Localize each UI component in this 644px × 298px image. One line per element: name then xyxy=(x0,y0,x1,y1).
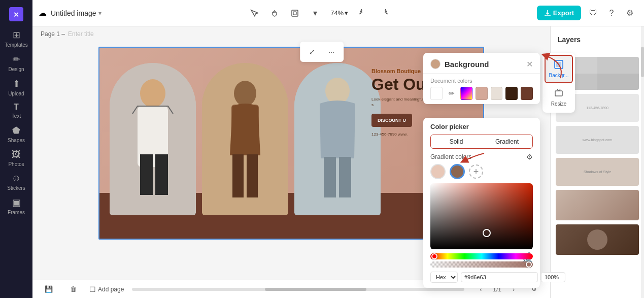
hex-input[interactable] xyxy=(461,272,538,282)
gradient-add-button[interactable]: + xyxy=(469,164,483,179)
svg-rect-17 xyxy=(324,157,336,197)
layer-thumb-3[interactable]: www.blogspot.com xyxy=(556,126,639,154)
hue-bar[interactable] xyxy=(430,253,533,259)
delete-btn[interactable]: 🗑 xyxy=(65,281,81,297)
cp-header: Color picker xyxy=(423,118,540,135)
page-title-input[interactable]: Enter title xyxy=(68,30,94,38)
color-cursor[interactable] xyxy=(483,229,491,237)
color-picker-panel: Color picker Solid Gradient Gradient col… xyxy=(423,118,540,288)
pencil-icon-btn[interactable]: ✏ xyxy=(446,87,458,100)
frame-dropdown-btn[interactable]: ▾ xyxy=(307,5,323,21)
opacity-input[interactable] xyxy=(541,272,565,282)
sidebar-item-templates[interactable]: ⊞ Templates xyxy=(0,26,32,51)
frame-tool-btn[interactable] xyxy=(287,5,303,21)
undo-btn[interactable] xyxy=(355,5,371,21)
add-page-button[interactable]: ☐ Add page xyxy=(89,285,124,293)
document-title: Untitled image xyxy=(51,9,96,17)
photo-frame-3[interactable] xyxy=(294,63,381,215)
color-swatch-gradient[interactable] xyxy=(460,87,472,100)
color-swatch-tan[interactable] xyxy=(476,87,488,100)
zoom-selector[interactable]: 74% ▾ xyxy=(327,7,351,19)
app-logo[interactable]: ✕ xyxy=(6,4,26,24)
background-panel: Background ✕ Document colors ✏ xyxy=(423,53,540,104)
layer-thumb-4[interactable]: Shadows of Style xyxy=(556,158,639,186)
sidebar-item-text[interactable]: T Text xyxy=(0,100,32,122)
fit-screen-btn[interactable]: ⤢ xyxy=(304,44,320,60)
layer-thumb-6[interactable] xyxy=(556,224,639,255)
bg-panel-header: Background ✕ xyxy=(423,53,540,74)
color-swatch-white[interactable] xyxy=(430,87,443,100)
bg-panel-title: Background xyxy=(445,60,526,69)
layer-label-2: 113-456-7890 xyxy=(586,106,608,110)
color-gradient-box[interactable] xyxy=(430,183,533,249)
sidebar-item-stickers[interactable]: ☺ Stickers xyxy=(0,170,32,194)
color-swatch-darkbrown[interactable] xyxy=(505,87,518,100)
resize-side-label: Resize xyxy=(551,101,567,107)
gradient-settings-icon[interactable]: ⚙ xyxy=(526,153,533,161)
topbar-right-icons: 🛡 ? ⚙ xyxy=(585,5,638,21)
page-indicator: Page 1 – Enter title xyxy=(32,26,550,42)
background-side-btn[interactable]: Backgr... xyxy=(545,55,573,83)
layer-thumb-5[interactable] xyxy=(556,190,639,220)
sidebar-item-shapes[interactable]: ⬟ Shapes xyxy=(0,122,32,146)
alpha-thumb xyxy=(526,261,532,268)
title-dropdown-icon[interactable]: ▾ xyxy=(98,10,101,17)
svg-text:✕: ✕ xyxy=(13,11,19,19)
resize-side-btn[interactable]: Resize xyxy=(545,84,573,111)
topbar-title[interactable]: Untitled image ▾ xyxy=(51,9,101,17)
svg-rect-8 xyxy=(155,154,168,195)
export-button[interactable]: Export xyxy=(537,6,581,20)
shapes-icon: ⬟ xyxy=(12,125,20,136)
sidebar-label-templates: Templates xyxy=(5,42,28,48)
gradient-swatch-1[interactable] xyxy=(430,164,446,179)
select-tool-btn[interactable] xyxy=(246,5,262,21)
redo-btn[interactable] xyxy=(376,5,392,21)
sidebar-item-upload[interactable]: ⬆ Upload xyxy=(0,75,32,100)
side-panel-buttons: Backgr... Resize xyxy=(543,53,575,113)
sidebar-label-upload: Upload xyxy=(8,91,24,96)
cp-title: Color picker xyxy=(430,123,469,130)
help-btn[interactable]: ? xyxy=(603,5,620,21)
horizontal-scrollbar[interactable] xyxy=(132,288,464,291)
topbar-tools: ▾ 74% ▾ xyxy=(246,5,392,21)
sidebar-item-photos[interactable]: 🖼 Photos xyxy=(0,146,32,170)
bg-close-button[interactable]: ✕ xyxy=(526,59,533,69)
svg-rect-2 xyxy=(292,10,298,16)
gradient-swatch-2[interactable] xyxy=(450,164,465,179)
hand-tool-btn[interactable] xyxy=(266,5,283,21)
sidebar-item-frames[interactable]: ▣ Frames xyxy=(0,194,32,218)
svg-rect-18 xyxy=(339,157,351,197)
zoom-value: 74% xyxy=(330,9,344,17)
shield-btn[interactable]: 🛡 xyxy=(585,5,601,21)
layers-title: Layers xyxy=(558,36,581,44)
color-swatch-lightgray[interactable] xyxy=(491,87,503,100)
sidebar-item-design[interactable]: ✏ Design xyxy=(0,51,32,75)
cp-tab-solid[interactable]: Solid xyxy=(431,135,482,148)
fashion-photos xyxy=(110,63,381,215)
sidebar-label-shapes: Shapes xyxy=(8,138,25,143)
layers-scrollbar[interactable] xyxy=(641,26,644,298)
sidebar-label-photos: Photos xyxy=(8,161,24,167)
stickers-icon: ☺ xyxy=(12,173,21,184)
color-swatch-brown[interactable] xyxy=(521,87,533,100)
resize-side-icon xyxy=(554,88,563,100)
svg-rect-13 xyxy=(247,154,258,197)
gradient-swatches: + xyxy=(423,164,540,183)
background-side-icon xyxy=(554,60,563,71)
save-btn[interactable]: 💾 xyxy=(41,281,57,297)
layers-scrollbar-thumb xyxy=(641,47,644,77)
alpha-bar[interactable] xyxy=(430,261,533,268)
svg-rect-21 xyxy=(555,91,562,96)
sidebar-label-frames: Frames xyxy=(8,210,25,215)
sidebar-label-stickers: Stickers xyxy=(7,185,25,191)
bg-color-circle[interactable] xyxy=(430,59,440,69)
canvas-more-btn[interactable]: ··· xyxy=(323,44,340,60)
svg-rect-12 xyxy=(232,154,244,197)
cloud-icon: ☁ xyxy=(39,8,47,18)
photo-frame-1[interactable] xyxy=(110,63,196,215)
photo-frame-2[interactable] xyxy=(202,63,288,215)
cp-tab-gradient[interactable]: Gradient xyxy=(482,135,532,148)
doc-colors-label: Document colors xyxy=(430,78,533,84)
hex-format-select[interactable]: Hex xyxy=(430,272,458,283)
settings-btn[interactable]: ⚙ xyxy=(622,5,638,21)
